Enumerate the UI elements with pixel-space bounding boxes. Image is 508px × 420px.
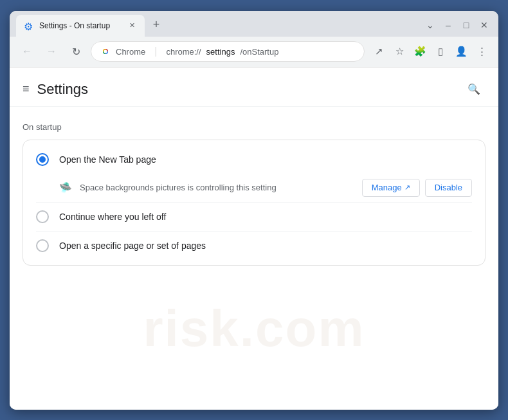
search-icon: 🔍	[467, 83, 480, 95]
address-separator: |	[154, 46, 157, 57]
bookmark-button[interactable]: ☆	[390, 42, 408, 60]
svg-point-1	[104, 50, 107, 53]
disable-button[interactable]: Disable	[425, 179, 472, 197]
radio-continue[interactable]	[36, 210, 49, 223]
maximize-button[interactable]: □	[458, 17, 474, 33]
chrome-menu-button[interactable]: ⋮	[473, 42, 491, 60]
tab-favicon: ⚙	[24, 21, 34, 31]
address-brand: Chrome	[116, 47, 145, 57]
radio-new-tab[interactable]	[36, 153, 49, 166]
section-title: On startup	[23, 122, 485, 132]
address-bar[interactable]: Chrome | chrome://settings/onStartup	[91, 41, 365, 62]
settings-search-button[interactable]: 🔍	[462, 78, 485, 101]
option-new-tab-label: Open the New Tab page	[59, 154, 156, 165]
option-specific-page-label: Open a specific page or set of pages	[59, 241, 206, 251]
content-area: ≡ Settings 🔍 On startup Open the New Tab…	[10, 68, 498, 410]
sidebar-button[interactable]: ▯	[431, 42, 449, 60]
manage-button[interactable]: Manage ↗	[362, 179, 420, 197]
manage-label: Manage	[372, 183, 402, 192]
option-new-tab[interactable]: Open the New Tab page	[23, 145, 485, 174]
external-link-icon: ↗	[404, 183, 410, 192]
address-path: /onStartup	[240, 47, 278, 57]
watermark: risk.com	[143, 299, 365, 358]
tab-close-button[interactable]: ✕	[127, 21, 137, 31]
minimize-button[interactable]: –	[440, 17, 456, 33]
extension-icon: 🛸	[59, 181, 72, 194]
new-tab-button[interactable]: +	[147, 16, 165, 34]
extensions-button[interactable]: 🧩	[411, 42, 429, 60]
active-tab[interactable]: ⚙ Settings - On startup ✕	[16, 15, 145, 37]
title-bar: ⚙ Settings - On startup ✕ + ⌄ – □ ✕	[10, 11, 498, 37]
tab-title: Settings - On startup	[39, 21, 122, 30]
option-continue-label: Continue where you left off	[59, 212, 166, 222]
extension-notice-row: 🛸 Space backgrounds pictures is controll…	[23, 174, 485, 202]
disable-label: Disable	[435, 183, 462, 192]
browser-window: ⚙ Settings - On startup ✕ + ⌄ – □ ✕ ← → …	[10, 11, 498, 410]
toolbar-actions: ↗ ☆ 🧩 ▯ 👤 ⋮	[370, 42, 491, 60]
toolbar: ← → ↻ Chrome | chrome://settings/onStart…	[10, 37, 498, 68]
window-controls: ⌄ – □ ✕	[422, 17, 492, 33]
hamburger-menu-icon[interactable]: ≡	[23, 82, 30, 96]
radio-specific-page[interactable]	[36, 239, 49, 252]
refresh-button[interactable]: ↻	[66, 42, 86, 61]
extension-actions: Manage ↗ Disable	[362, 179, 472, 197]
chrome-logo-icon	[100, 46, 111, 57]
address-scheme: chrome://	[166, 47, 201, 57]
option-specific-page[interactable]: Open a specific page or set of pages	[23, 232, 485, 260]
address-host: settings	[206, 47, 235, 57]
back-button[interactable]: ←	[17, 42, 37, 61]
close-button[interactable]: ✕	[476, 17, 492, 33]
startup-options-card: Open the New Tab page 🛸 Space background…	[23, 140, 485, 266]
settings-header-left: ≡ Settings	[23, 81, 88, 98]
option-continue[interactable]: Continue where you left off	[23, 203, 485, 231]
profile-button[interactable]: 👤	[452, 42, 470, 60]
extension-notice-label: Space backgrounds pictures is controllin…	[80, 183, 354, 192]
settings-body: On startup Open the New Tab page 🛸 Space…	[10, 107, 498, 281]
share-button[interactable]: ↗	[370, 42, 388, 60]
radio-new-tab-inner	[39, 156, 46, 163]
settings-header: ≡ Settings 🔍	[10, 68, 498, 107]
dropdown-button[interactable]: ⌄	[422, 17, 438, 33]
settings-page-title: Settings	[37, 81, 89, 98]
forward-button[interactable]: →	[42, 42, 61, 61]
tab-bar: ⚙ Settings - On startup ✕ +	[16, 15, 422, 37]
